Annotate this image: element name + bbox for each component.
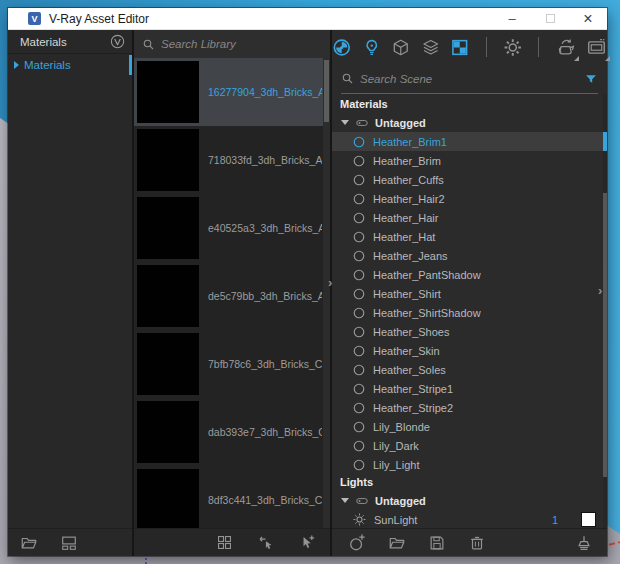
library-item-label: de5c79bb_3dh_Bricks_A04 [208,290,322,302]
scene-material-row[interactable]: Heather_Soles [332,360,607,379]
scene-material-row[interactable]: Heather_Cuffs [332,170,607,189]
material-name: Heather_Brim1 [373,136,447,148]
collapse-arrow-icon[interactable] [341,498,349,503]
material-sphere-icon [352,211,366,225]
purge-broom-icon[interactable] [575,534,593,552]
toolbar-separator [538,37,539,57]
scene-material-row[interactable]: Lily_Dark [332,436,607,455]
scene-material-row[interactable]: Heather_Brim [332,151,607,170]
add-asset-icon[interactable] [348,534,366,552]
grid-view-icon[interactable] [216,534,233,551]
sunlight-intensity[interactable]: 1 [535,514,575,526]
scene-material-row[interactable]: Lily_Light [332,455,607,474]
material-name: Lily_Blonde [373,421,430,433]
render-button[interactable] [555,37,576,58]
library-item[interactable]: 718033fd_3dh_Bricks_A02 [134,126,330,194]
library-item[interactable]: 8df3c441_3dh_Bricks_Con [134,466,330,528]
sunlight-color-swatch[interactable] [582,513,595,526]
library-search-bar [134,30,330,58]
delete-icon[interactable] [468,534,486,552]
scene-material-row[interactable]: Heather_Jeans [332,246,607,265]
scene-material-row[interactable]: Lily_Blonde [332,417,607,436]
library-scrollbar[interactable] [323,58,330,528]
scene-asset-list: Materials Untagged Heather_Brim1 Heather… [332,94,607,528]
collapse-library-chevron-icon[interactable]: › [328,276,332,289]
geometry-icon[interactable] [391,37,411,58]
library-category-header: Materials [8,30,132,54]
scene-scrollbar[interactable] [603,94,607,528]
library-item[interactable]: e40525a3_3dh_Bricks_A03 [134,194,330,262]
tag-icon [355,116,369,130]
lights-untagged-group[interactable]: Untagged [332,491,607,510]
library-item[interactable]: de5c79bb_3dh_Bricks_A04 [134,262,330,330]
scene-material-row[interactable]: Heather_Brim1 [332,132,607,151]
material-sphere-icon [352,401,366,415]
scene-search-bar [341,64,598,94]
material-name: Heather_Jeans [373,250,448,262]
material-sphere-icon [352,363,366,377]
material-thumbnail [137,265,199,327]
lights-section-header: Lights [332,474,607,491]
save-icon[interactable] [428,534,446,552]
materials-untagged-group[interactable]: Untagged [332,113,607,132]
scene-material-row[interactable]: Heather_Shirt [332,284,607,303]
settings-gear-icon[interactable] [503,37,523,58]
frame-buffer-button[interactable] [586,37,607,58]
scene-material-row[interactable]: Heather_Skin [332,341,607,360]
category-footer-toolbar [8,528,132,556]
scene-material-row[interactable]: Heather_PantShadow [332,265,607,284]
library-search-input[interactable] [161,38,322,50]
material-sphere-icon [352,268,366,282]
scene-material-row[interactable]: Heather_Stripe1 [332,379,607,398]
expand-panel-chevron-icon[interactable]: › [598,284,602,297]
material-name: Heather_Hair [373,212,438,224]
close-button[interactable]: × [569,8,607,29]
scene-light-row[interactable]: SunLight 1 [332,510,607,528]
library-footer-toolbar [134,528,330,556]
open-file-icon[interactable] [388,534,406,552]
material-thumbnail [137,197,199,259]
scene-material-row[interactable]: Heather_Shoes [332,322,607,341]
scene-material-row[interactable]: Heather_Hair2 [332,189,607,208]
library-category-panel: Materials Materials [8,30,134,556]
material-thumbnail [137,333,199,395]
library-item[interactable]: dab393e7_3dh_Bricks_Cor [134,398,330,466]
material-sphere-icon [352,439,366,453]
material-sphere-icon [352,230,366,244]
scene-search-input[interactable] [360,73,578,85]
editor-content: Materials Materials [8,30,607,556]
category-header-label: Materials [20,36,67,48]
maximize-button[interactable] [531,8,569,29]
scene-material-row[interactable]: Heather_Hair [332,208,607,227]
library-list: 16277904_3dh_Bricks_A01 718033fd_3dh_Bri… [134,58,330,528]
filter-tags-icon[interactable] [584,72,598,86]
expand-arrow-icon[interactable] [14,61,19,69]
titlebar[interactable]: V V-Ray Asset Editor – × [8,8,607,30]
render-elements-icon[interactable] [421,37,441,58]
scrollbar-thumb[interactable] [324,60,329,122]
add-to-scene-icon[interactable] [298,534,315,551]
scrollbar-selection-marker [603,132,607,151]
library-item[interactable]: 16277904_3dh_Bricks_A01 [134,58,330,126]
material-name: Heather_Shirt [373,288,441,300]
scene-material-row[interactable]: Heather_ShirtShadow [332,303,607,322]
material-sphere-icon [352,249,366,263]
apply-to-selection-icon[interactable] [257,534,274,551]
material-sphere-icon [352,458,366,472]
category-item-materials[interactable]: Materials [8,54,132,76]
collections-view-icon[interactable] [60,534,78,552]
scene-material-row[interactable]: Heather_Hat [332,227,607,246]
collapse-arrow-icon[interactable] [341,120,349,125]
materials-icon[interactable] [332,37,352,58]
scene-material-row[interactable]: Heather_Stripe2 [332,398,607,417]
material-name: Heather_Stripe1 [373,383,453,395]
library-item[interactable]: 7bfb78c6_3dh_Bricks_Con [134,330,330,398]
textures-icon[interactable] [450,37,470,58]
open-folder-icon[interactable] [20,534,38,552]
material-thumbnail [137,61,199,123]
minimize-button[interactable]: – [493,8,531,29]
maximize-icon [546,14,555,23]
material-thumbnail [137,401,199,463]
scrollbar-thumb[interactable] [603,193,607,477]
lights-icon[interactable] [362,37,382,58]
